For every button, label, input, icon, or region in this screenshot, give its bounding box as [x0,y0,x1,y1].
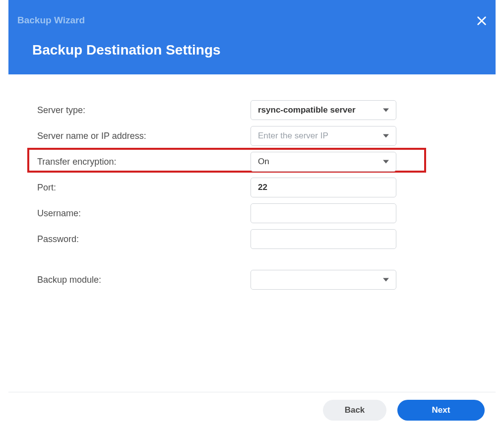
username-label: Username: [29,208,251,219]
chevron-down-icon [383,134,389,138]
backup-wizard-dialog: Backup Wizard Backup Destination Setting… [8,0,496,428]
port-input[interactable] [251,178,396,197]
chevron-down-icon [383,160,389,164]
transfer-encryption-label: Transfer encryption: [29,157,251,167]
server-type-label: Server type: [29,105,251,116]
row-server-ip: Server name or IP address: Enter the ser… [29,123,421,149]
password-label: Password: [29,234,251,245]
back-button[interactable]: Back [323,400,386,421]
wizard-title: Backup Wizard [17,15,85,26]
transfer-encryption-value: On [258,157,390,167]
row-password: Password: [29,226,421,252]
close-icon [476,15,487,26]
server-ip-placeholder: Enter the server IP [258,131,390,141]
row-username: Username: [29,200,421,226]
server-type-value: rsync-compatible server [258,105,390,115]
backup-module-label: Backup module: [29,275,251,285]
backup-module-select[interactable] [251,270,396,290]
row-backup-module: Backup module: [29,267,421,293]
form-area: Server type: rsync-compatible server Ser… [29,97,421,293]
spacer [29,252,421,267]
chevron-down-icon [383,109,389,112]
page-title: Backup Destination Settings [32,42,221,58]
server-type-select[interactable]: rsync-compatible server [251,100,396,120]
row-server-type: Server type: rsync-compatible server [29,97,421,123]
password-input[interactable] [251,229,396,249]
port-label: Port: [29,183,251,193]
dialog-footer: Back Next [8,392,496,428]
dialog-header: Backup Wizard Backup Destination Setting… [8,0,496,74]
row-port: Port: [29,175,421,200]
username-input[interactable] [251,203,396,223]
server-ip-combobox[interactable]: Enter the server IP [251,126,396,146]
transfer-encryption-select[interactable]: On [251,152,396,172]
next-button[interactable]: Next [397,400,485,421]
close-button[interactable] [475,14,489,28]
row-transfer-encryption: Transfer encryption: On [29,149,421,175]
server-ip-label: Server name or IP address: [29,131,251,141]
chevron-down-icon [383,278,389,282]
